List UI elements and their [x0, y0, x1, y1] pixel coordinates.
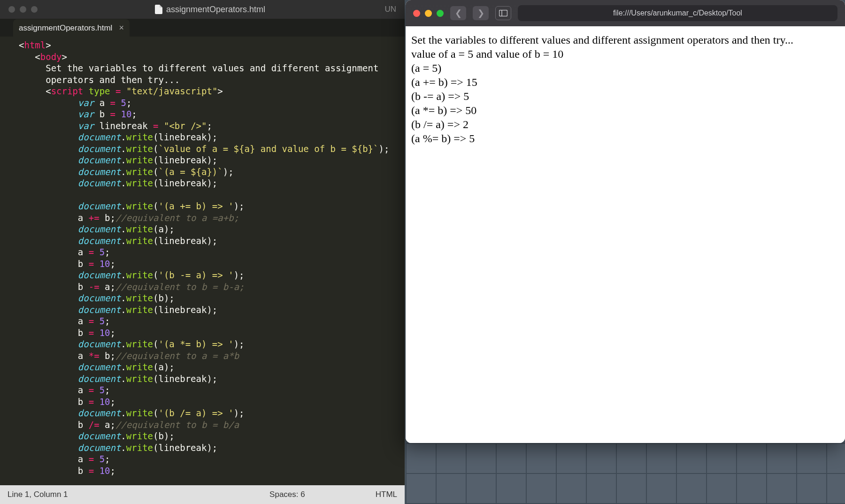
- status-indent[interactable]: Spaces: 6: [269, 490, 305, 499]
- back-button[interactable]: ❮: [450, 6, 466, 20]
- page-line: (a += b) => 15: [411, 75, 839, 89]
- page-line: (a = 5): [411, 61, 839, 75]
- close-icon[interactable]: ×: [119, 23, 124, 33]
- page-line: (b /= a) => 2: [411, 117, 839, 131]
- editor-title-text: assignmentOperators.html: [166, 5, 265, 15]
- code-editor-window: assignmentOperators.html UN assignmentOp…: [0, 0, 405, 504]
- document-icon: [155, 5, 162, 14]
- editor-statusbar: Line 1, Column 1 Spaces: 6 HTML: [0, 485, 405, 504]
- browser-traffic-lights[interactable]: [413, 10, 444, 17]
- editor-minimize-icon[interactable]: [20, 6, 26, 13]
- editor-tab-label: assignmentOperators.html: [19, 23, 112, 33]
- url-text: file:///Users/arunkumar_c/Desktop/Tool: [613, 9, 742, 17]
- sidebar-toggle-button[interactable]: [495, 6, 511, 20]
- code-area[interactable]: <html> <body> Set the variables to diffe…: [0, 37, 405, 485]
- svg-rect-0: [499, 10, 507, 16]
- status-language[interactable]: HTML: [376, 490, 397, 499]
- page-line: (a %= b) => 5: [411, 131, 839, 145]
- status-cursor-position[interactable]: Line 1, Column 1: [8, 490, 68, 499]
- browser-zoom-icon[interactable]: [437, 10, 444, 17]
- editor-tab[interactable]: assignmentOperators.html ×: [13, 19, 130, 37]
- browser-close-icon[interactable]: [413, 10, 420, 17]
- page-line: Set the variables to different values an…: [411, 33, 839, 47]
- editor-close-icon[interactable]: [8, 6, 15, 13]
- editor-tabbar: assignmentOperators.html ×: [0, 19, 405, 37]
- editor-titlebar: assignmentOperators.html UN: [0, 0, 405, 19]
- browser-toolbar: ❮ ❯ file:///Users/arunkumar_c/Desktop/To…: [406, 0, 845, 26]
- editor-traffic-lights[interactable]: [8, 6, 38, 13]
- page-line: (b -= a) => 5: [411, 89, 839, 103]
- editor-title-right: UN: [384, 5, 396, 14]
- browser-window: ❮ ❯ file:///Users/arunkumar_c/Desktop/To…: [406, 0, 845, 443]
- page-content: Set the variables to different values an…: [406, 26, 845, 443]
- editor-title-file: assignmentOperators.html: [155, 5, 265, 15]
- sidebar-icon: [499, 10, 507, 16]
- page-line: value of a = 5 and value of b = 10: [411, 47, 839, 61]
- url-field[interactable]: file:///Users/arunkumar_c/Desktop/Tool: [518, 5, 837, 21]
- editor-zoom-icon[interactable]: [31, 6, 38, 13]
- page-line: (a *= b) => 50: [411, 103, 839, 117]
- browser-minimize-icon[interactable]: [425, 10, 432, 17]
- desktop-background: [406, 443, 845, 504]
- forward-button[interactable]: ❯: [473, 6, 489, 20]
